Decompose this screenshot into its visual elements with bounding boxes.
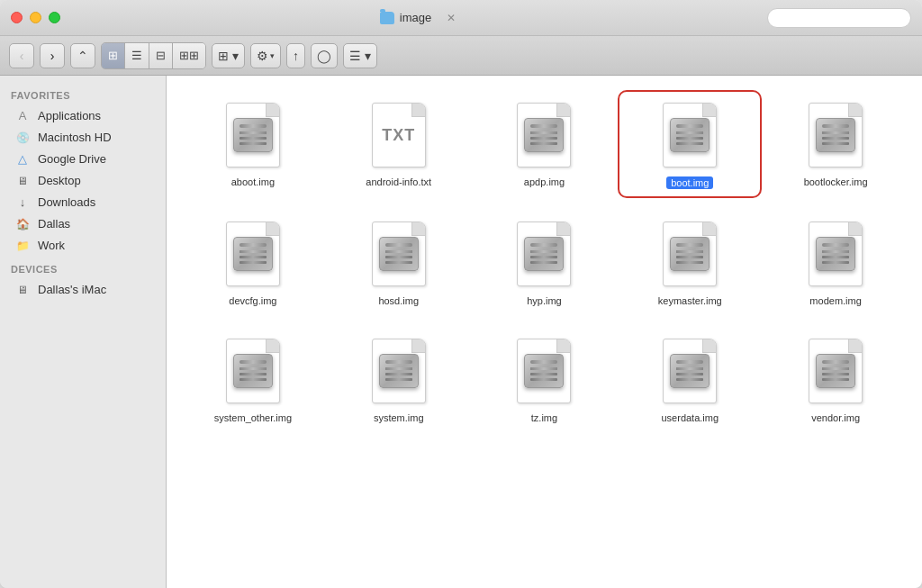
file-item-modem[interactable]: modem.img <box>767 213 904 312</box>
file-item-system[interactable]: system.img <box>330 330 467 429</box>
file-icon <box>366 218 431 290</box>
icon-view-icon: ⊞ <box>108 49 118 62</box>
macintosh-hd-icon: 💿 <box>14 131 31 144</box>
column-view-icon: ⊟ <box>156 49 166 62</box>
maximize-button[interactable] <box>49 12 60 23</box>
sidebar-item-label: Work <box>38 239 65 252</box>
titlebar: image ✕ <box>0 0 922 36</box>
file-label: aboot.img <box>231 176 275 187</box>
window-title: image <box>400 11 431 24</box>
back-button[interactable]: ‹ <box>9 43 34 68</box>
sidebar-item-label: Downloads <box>38 195 95 209</box>
sidebar-item-dallas[interactable]: 🏠 Dallas <box>4 213 162 234</box>
up-button[interactable]: ⌃ <box>70 43 95 68</box>
disk-icon <box>670 118 710 152</box>
gear-icon: ⚙ <box>257 49 268 63</box>
file-icon: TXT <box>366 99 431 171</box>
file-item-system-other[interactable]: system_other.img <box>185 330 321 429</box>
file-item-bootlocker[interactable]: bootlocker.img <box>767 94 904 194</box>
file-icon <box>221 218 285 290</box>
disk-icon <box>816 118 855 152</box>
toolbar: ‹ › ⌃ ⊞ ☰ ⊟ ⊞⊞ ⊞ ▾ ⚙ ▾ <box>0 36 922 76</box>
file-item-aboot[interactable]: aboot.img <box>185 94 321 194</box>
file-label: tz.img <box>531 412 557 423</box>
file-item-keymaster[interactable]: keymaster.img <box>621 213 758 312</box>
file-label: android-info.txt <box>366 176 431 187</box>
file-item-vendor[interactable]: vendor.img <box>767 330 904 429</box>
sort-button[interactable]: ☰ ▾ <box>343 43 377 68</box>
sidebar-item-google-drive[interactable]: △ Google Drive <box>4 149 162 169</box>
file-label: system_other.img <box>214 412 292 423</box>
file-item-userdata[interactable]: userdata.img <box>621 330 758 429</box>
file-grid: aboot.img TXT android-info.txt <box>185 94 904 429</box>
disk-icon <box>524 354 564 388</box>
share-icon: ↑ <box>293 49 299 63</box>
list-view-icon: ☰ <box>131 49 142 62</box>
disk-icon <box>379 354 419 388</box>
disk-icon <box>524 118 564 152</box>
devices-label: Devices <box>0 257 166 278</box>
file-item-android-info[interactable]: TXT android-info.txt <box>330 94 467 194</box>
sidebar-item-desktop[interactable]: 🖥 Desktop <box>4 170 162 191</box>
tag-button[interactable]: ◯ <box>311 43 338 68</box>
disk-icon <box>816 354 855 388</box>
file-area[interactable]: aboot.img TXT android-info.txt <box>167 76 922 588</box>
disk-icon <box>816 237 855 271</box>
action-button[interactable]: ⚙ ▾ <box>250 43 281 68</box>
tag-icon: ◯ <box>317 49 331 63</box>
applications-icon: A <box>14 109 31 122</box>
file-item-boot[interactable]: boot.img <box>621 94 758 194</box>
disk-icon <box>233 354 273 388</box>
file-icon <box>803 335 868 407</box>
finder-window: image ✕ ‹ › ⌃ ⊞ ☰ ⊟ ⊞⊞ <box>0 0 922 588</box>
sidebar: Favorites A Applications 💿 Macintosh HD … <box>0 76 167 588</box>
desktop-icon: 🖥 <box>14 175 31 187</box>
imac-icon: 🖥 <box>14 284 31 296</box>
group-button[interactable]: ⊞ ▾ <box>212 43 245 68</box>
close-button[interactable] <box>11 12 23 23</box>
forward-icon: › <box>50 49 55 63</box>
file-icon <box>803 99 868 171</box>
minimize-button[interactable] <box>30 12 41 23</box>
column-view-button[interactable]: ⊟ <box>149 43 173 68</box>
gallery-view-button[interactable]: ⊞⊞ <box>173 43 205 68</box>
disk-icon <box>233 237 273 271</box>
file-icon <box>366 335 431 407</box>
sidebar-item-applications[interactable]: A Applications <box>4 105 162 126</box>
list-view-button[interactable]: ☰ <box>125 43 149 68</box>
sidebar-item-work[interactable]: 📁 Work <box>4 235 162 256</box>
file-label: hyp.img <box>527 295 562 306</box>
file-item-apdp[interactable]: apdp.img <box>476 94 613 194</box>
file-item-hosd[interactable]: hosd.img <box>330 213 467 312</box>
sidebar-item-downloads[interactable]: ↓ Downloads <box>4 192 162 213</box>
file-label: boot.img <box>666 176 713 189</box>
file-icon <box>221 99 285 171</box>
file-icon <box>657 218 722 290</box>
file-icon <box>511 335 576 407</box>
sidebar-item-macintosh-hd[interactable]: 💿 Macintosh HD <box>4 127 162 148</box>
sidebar-item-dallas-imac[interactable]: 🖥 Dallas's iMac <box>4 279 162 300</box>
file-label: vendor.img <box>811 412 860 423</box>
file-label: system.img <box>374 412 424 423</box>
sidebar-item-label: Macintosh HD <box>38 131 112 144</box>
google-drive-icon: △ <box>14 152 31 166</box>
search-box[interactable] <box>767 8 911 28</box>
tab-close-icon[interactable]: ✕ <box>444 11 458 25</box>
sidebar-item-label: Applications <box>38 109 101 122</box>
file-label: modem.img <box>809 295 861 306</box>
file-item-devcfg[interactable]: devcfg.img <box>185 213 321 312</box>
disk-icon <box>524 237 564 271</box>
file-item-hyp[interactable]: hyp.img <box>476 213 613 312</box>
share-button[interactable]: ↑ <box>286 43 305 68</box>
disk-icon <box>233 118 273 152</box>
sidebar-item-label: Dallas's iMac <box>38 283 106 296</box>
file-label: userdata.img <box>661 412 719 423</box>
file-item-tz[interactable]: tz.img <box>476 330 613 429</box>
icon-view-button[interactable]: ⊞ <box>102 43 125 68</box>
file-label: devcfg.img <box>229 295 276 306</box>
group-icon: ⊞ ▾ <box>218 49 239 63</box>
file-label: apdp.img <box>524 176 565 187</box>
sidebar-item-label: Desktop <box>38 174 81 187</box>
file-icon <box>511 99 576 171</box>
forward-button[interactable]: › <box>40 43 65 68</box>
